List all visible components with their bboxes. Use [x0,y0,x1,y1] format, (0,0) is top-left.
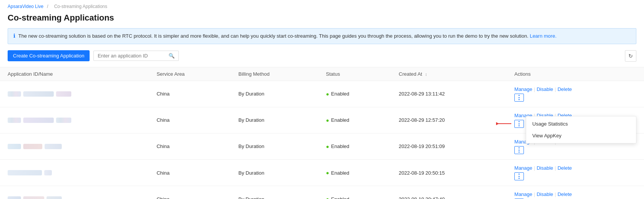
status-label: Enabled [331,91,349,97]
status-cell: ● Enabled [318,81,391,107]
delete-link[interactable]: Delete [557,86,572,92]
blurred-extra-4 [44,170,52,175]
billing-method-cell: By Duration [231,81,318,107]
status-dot: ● [326,117,329,123]
breadcrumb-parent[interactable]: ApsaraVideo Live [8,4,43,9]
actions-cell: Manage | Disable | Delete ⋮ [507,186,644,199]
page-title: Co-streaming Applications [0,11,644,28]
toolbar-left: Create Co-streaming Application 🔍 [8,50,179,61]
service-area-cell: China [149,107,231,133]
disable-link[interactable]: Disable [536,86,553,92]
billing-method-cell: By Duration [231,133,318,159]
created-at-cell: 2022-08-29 12:57:20 [391,107,507,133]
blurred-id-5 [8,196,21,199]
status-cell: ● Enabled [318,133,391,159]
blurred-id-1 [8,91,21,97]
blurred-id-4 [8,170,42,175]
delete-link[interactable]: Delete [557,191,572,197]
status-dot: ● [326,91,329,97]
status-label: Enabled [331,170,349,176]
blurred-extra-2 [56,118,71,123]
search-box: 🔍 [93,51,179,61]
created-at-cell: 2022-08-19 20:51:09 [391,133,507,159]
breadcrumb-separator: / [47,4,48,9]
blurred-name-5 [23,196,44,199]
col-billing-method: Billing Method [231,67,318,81]
more-button-active[interactable]: ⋮ [514,120,524,128]
delete-link[interactable]: Delete [557,165,572,171]
actions-cell-row2: Manage | Disable | Delete ⋮ Usage Statis… [507,107,644,133]
billing-method-cell: By Duration [231,107,318,133]
blurred-id-3 [8,144,21,149]
dropdown-arrow-indicator [496,121,515,128]
app-id-cell [0,81,149,107]
actions-cell: Manage | Disable | Delete ⋮ [507,160,644,186]
app-id-cell [0,133,149,159]
created-at-cell: 2022-08-29 13:11:42 [391,81,507,107]
status-cell: ● Enabled [318,107,391,133]
blurred-name-3 [23,144,42,149]
manage-link[interactable]: Manage [514,165,532,171]
billing-method-cell: By Duration [231,186,318,199]
blurred-name-2 [23,118,54,123]
info-banner-text: The new co-streaming solution is based o… [18,32,557,40]
service-area-cell: China [149,160,231,186]
service-area-cell: China [149,133,231,159]
sort-icon: ↕ [425,72,427,76]
app-id-cell [0,160,149,186]
search-input[interactable] [98,53,166,59]
created-at-cell: 2022-08-19 20:47:40 [391,186,507,199]
app-id-cell [0,186,149,199]
more-button[interactable]: ⋮ [514,172,524,180]
app-id-cell [0,107,149,133]
service-area-cell: China [149,186,231,199]
status-dot: ● [326,170,329,176]
more-button[interactable]: ⋮ [514,146,524,154]
manage-link[interactable]: Manage [514,86,532,92]
status-cell: ● Enabled [318,160,391,186]
toolbar: Create Co-streaming Application 🔍 ↻ [0,50,644,67]
col-created-at: Created At ↕ [391,67,507,81]
table-row: China By Duration ● Enabled 2022-08-29 1… [0,107,644,133]
create-application-button[interactable]: Create Co-streaming Application [8,50,90,61]
status-label: Enabled [331,143,349,149]
status-dot: ● [326,143,329,150]
blurred-id-2 [8,118,21,123]
blurred-extra-3 [45,144,62,149]
table-row: China By Duration ● Enabled 2022-08-19 2… [0,160,644,186]
col-app-id: Application ID/Name [0,67,149,81]
refresh-button[interactable]: ↻ [625,50,636,62]
svg-marker-1 [496,122,499,125]
table-row: China By Duration ● Enabled 2022-08-19 2… [0,186,644,199]
service-area-cell: China [149,81,231,107]
status-label: Enabled [331,196,349,199]
col-actions: Actions [507,67,644,81]
created-at-cell: 2022-08-19 20:50:15 [391,160,507,186]
actions-cell: Manage | Disable | Delete ⋮ [507,81,644,107]
manage-link[interactable]: Manage [514,191,532,197]
more-button[interactable]: ⋮ [514,94,524,102]
disable-link[interactable]: Disable [536,165,553,171]
blurred-name-1 [23,91,54,97]
status-label: Enabled [331,117,349,123]
status-dot: ● [326,196,329,199]
usage-statistics-item[interactable]: Usage Statistics [526,118,636,130]
more-dropdown-menu: Usage Statistics View AppKey [526,116,636,143]
status-cell: ● Enabled [318,186,391,199]
disable-link[interactable]: Disable [536,191,553,197]
info-icon: ℹ [13,33,15,39]
breadcrumb-current: Co-streaming Applications [54,4,107,9]
blurred-extra-1 [56,91,71,97]
col-status: Status [318,67,391,81]
applications-table: Application ID/Name Service Area Billing… [0,67,644,199]
blurred-extra-5 [47,196,62,199]
view-appkey-item[interactable]: View AppKey [526,130,636,142]
learn-more-link[interactable]: Learn more. [530,33,556,39]
billing-method-cell: By Duration [231,160,318,186]
table-row: China By Duration ● Enabled 2022-08-29 1… [0,81,644,107]
breadcrumb: ApsaraVideo Live / Co-streaming Applicat… [0,0,644,11]
table-header-row: Application ID/Name Service Area Billing… [0,67,644,81]
search-icon[interactable]: 🔍 [169,53,175,59]
col-service-area: Service Area [149,67,231,81]
info-banner: ℹ The new co-streaming solution is based… [8,28,636,44]
